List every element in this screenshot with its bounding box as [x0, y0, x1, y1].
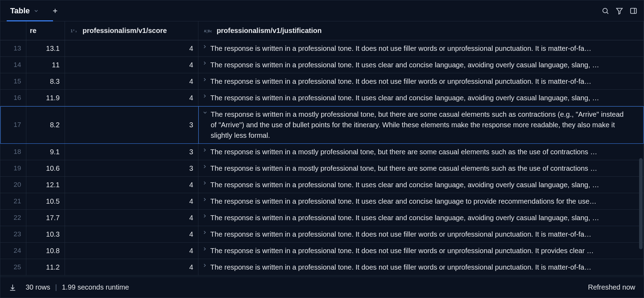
- status-refreshed: Refreshed now: [588, 283, 635, 291]
- cell-re[interactable]: 10.3: [26, 226, 65, 242]
- cell-re[interactable]: 10.6: [26, 160, 65, 176]
- cell-re[interactable]: 11.2: [26, 259, 65, 275]
- cell-re[interactable]: 10.8: [26, 243, 65, 259]
- cell-score[interactable]: 4: [65, 210, 198, 226]
- cell-score[interactable]: 3: [65, 144, 198, 160]
- svg-rect-5: [631, 8, 637, 13]
- tab-bar: Table: [0, 0, 644, 21]
- cell-re[interactable]: 8.2: [26, 106, 65, 143]
- chevron-right-icon[interactable]: [202, 44, 208, 49]
- chevron-right-icon[interactable]: [202, 164, 208, 169]
- table-row[interactable]: 1313.14The response is written in a prof…: [0, 40, 644, 57]
- cell-justification[interactable]: The response is written in a mostly prof…: [198, 160, 644, 176]
- cell-re[interactable]: 12.1: [26, 177, 65, 193]
- cell-score[interactable]: 4: [65, 90, 198, 106]
- number-type-icon: 1²₃: [71, 28, 78, 34]
- cell-re[interactable]: 11: [26, 57, 65, 73]
- cell-re[interactable]: 17.7: [26, 210, 65, 226]
- justification-text: The response is written in a professiona…: [210, 262, 638, 272]
- cell-justification[interactable]: The response is written in a professiona…: [198, 226, 644, 242]
- table-row[interactable]: 2110.54The response is written in a prof…: [0, 193, 644, 210]
- table-row[interactable]: 14114The response is written in a profes…: [0, 57, 644, 73]
- search-icon[interactable]: [602, 7, 609, 15]
- table-row[interactable]: 1910.63The response is written in a most…: [0, 160, 644, 177]
- cell-re[interactable]: 9.1: [26, 144, 65, 160]
- cell-justification[interactable]: The response is written in a mostly prof…: [198, 106, 644, 143]
- column-header-re[interactable]: re: [26, 21, 65, 40]
- cell-justification[interactable]: The response is written in a professiona…: [198, 57, 644, 73]
- tab-table[interactable]: Table: [7, 0, 42, 21]
- cell-justification[interactable]: The response is written in a professiona…: [198, 259, 644, 275]
- cell-justification[interactable]: The response is written in a professiona…: [198, 210, 644, 226]
- scrollbar-thumb[interactable]: [639, 158, 643, 249]
- chevron-right-icon[interactable]: [202, 197, 208, 202]
- panel-right-icon[interactable]: [630, 7, 637, 15]
- cell-score[interactable]: 4: [65, 259, 198, 275]
- tab-label: Table: [10, 6, 30, 15]
- chevron-right-icon[interactable]: [202, 147, 208, 153]
- header-row: re 1²₃ professionalism/v1/score AͣBc pro…: [0, 21, 644, 40]
- chevron-down-icon[interactable]: [33, 8, 39, 14]
- column-label: professionalism/v1/justification: [217, 27, 322, 35]
- cell-score[interactable]: 4: [65, 40, 198, 56]
- table-row[interactable]: 2217.74The response is written in a prof…: [0, 210, 644, 226]
- table-row[interactable]: 189.13The response is written in a mostl…: [0, 144, 644, 160]
- table-row[interactable]: 2012.14The response is written in a prof…: [0, 177, 644, 193]
- table-row[interactable]: 2511.24The response is written in a prof…: [0, 259, 644, 276]
- cell-justification[interactable]: The response is written in a professiona…: [198, 243, 644, 259]
- chevron-right-icon[interactable]: [202, 213, 208, 219]
- chevron-right-icon[interactable]: [202, 60, 208, 66]
- svg-line-3: [607, 12, 608, 14]
- svg-text:1²₃: 1²₃: [71, 29, 77, 33]
- column-header-index[interactable]: [0, 21, 26, 40]
- chevron-right-icon[interactable]: [202, 77, 208, 82]
- table-row[interactable]: 1611.94The response is written in a prof…: [0, 90, 644, 106]
- cell-justification[interactable]: The response is written in a professiona…: [198, 90, 644, 106]
- cell-index: 13: [0, 40, 26, 56]
- table-row[interactable]: 2410.84The response is written in a prof…: [0, 243, 644, 259]
- cell-score[interactable]: 3: [65, 160, 198, 176]
- cell-index: 18: [0, 144, 26, 160]
- chevron-right-icon[interactable]: [202, 180, 208, 186]
- cell-re[interactable]: 10.5: [26, 193, 65, 209]
- grid-body[interactable]: 1313.14The response is written in a prof…: [0, 40, 644, 277]
- cell-score[interactable]: 4: [65, 177, 198, 193]
- table-row[interactable]: 2310.34The response is written in a prof…: [0, 226, 644, 243]
- column-header-score[interactable]: 1²₃ professionalism/v1/score: [65, 21, 198, 40]
- chevron-down-icon[interactable]: [202, 110, 208, 115]
- justification-text: The response is written in a mostly prof…: [211, 109, 638, 141]
- chevron-right-icon[interactable]: [202, 246, 208, 252]
- chevron-right-icon[interactable]: [202, 263, 208, 268]
- cell-score[interactable]: 4: [65, 193, 198, 209]
- status-bar: 30 rows | 1.99 seconds runtime Refreshed…: [0, 277, 644, 298]
- cell-score[interactable]: 4: [65, 57, 198, 73]
- cell-index: 21: [0, 193, 26, 209]
- cell-re[interactable]: 13.1: [26, 40, 65, 56]
- cell-index: 15: [0, 73, 26, 89]
- cell-score[interactable]: 4: [65, 73, 198, 89]
- justification-text: The response is written in a mostly prof…: [210, 163, 638, 174]
- add-tab-button[interactable]: [52, 7, 59, 14]
- scrollbar-track[interactable]: [639, 42, 643, 275]
- chevron-right-icon[interactable]: [202, 93, 208, 99]
- cell-index: 19: [0, 160, 26, 176]
- cell-re[interactable]: 8.3: [26, 73, 65, 89]
- cell-score[interactable]: 4: [65, 243, 198, 259]
- cell-justification[interactable]: The response is written in a professiona…: [198, 177, 644, 193]
- cell-justification[interactable]: The response is written in a professiona…: [198, 73, 644, 89]
- cell-score[interactable]: 3: [65, 106, 198, 143]
- cell-justification[interactable]: The response is written in a mostly prof…: [198, 144, 644, 160]
- cell-justification[interactable]: The response is written in a professiona…: [198, 193, 644, 209]
- cell-justification[interactable]: The response is written in a professiona…: [198, 40, 644, 56]
- cell-score[interactable]: 4: [65, 226, 198, 242]
- cell-index: 22: [0, 210, 26, 226]
- filter-icon[interactable]: [616, 7, 623, 15]
- chevron-right-icon[interactable]: [202, 230, 208, 235]
- cell-index: 14: [0, 57, 26, 73]
- table-row[interactable]: 178.23The response is written in a mostl…: [0, 106, 644, 144]
- justification-text: The response is written in a professiona…: [210, 180, 638, 190]
- column-header-justification[interactable]: AͣBc professionalism/v1/justification: [198, 21, 644, 40]
- table-row[interactable]: 158.34The response is written in a profe…: [0, 73, 644, 90]
- download-icon[interactable]: [9, 284, 17, 291]
- cell-re[interactable]: 11.9: [26, 90, 65, 106]
